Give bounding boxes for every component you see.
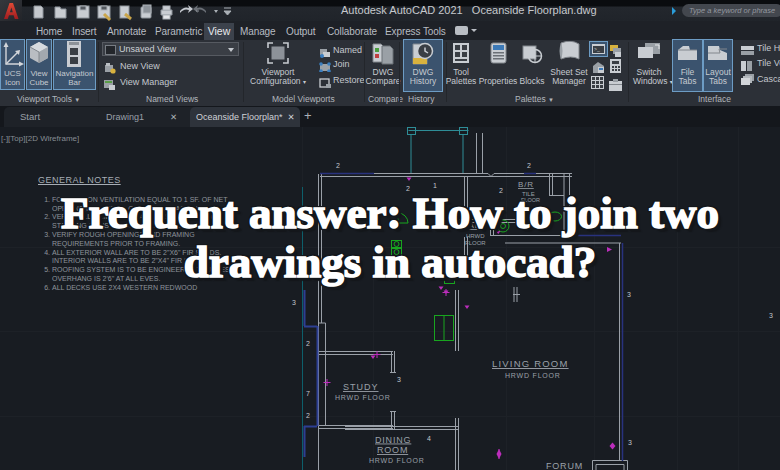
svg-text:STUDY: STUDY: [343, 382, 379, 392]
svg-text:HRWD FLOOR: HRWD FLOOR: [505, 372, 561, 379]
svg-text:2: 2: [306, 340, 310, 347]
svg-text:LIVING ROOM: LIVING ROOM: [492, 358, 569, 369]
svg-text:3: 3: [628, 439, 632, 446]
svg-text:4: 4: [427, 435, 431, 442]
svg-text:HRWD FLOOR: HRWD FLOOR: [335, 394, 391, 401]
svg-text:2: 2: [336, 162, 340, 169]
svg-text:2: 2: [527, 162, 531, 169]
svg-text:7: 7: [306, 390, 310, 397]
svg-text:3: 3: [292, 299, 296, 306]
svg-text:3: 3: [627, 291, 631, 298]
svg-text:3: 3: [397, 376, 401, 383]
svg-text:2: 2: [306, 412, 310, 419]
svg-text:HRWD FLOOR: HRWD FLOOR: [369, 457, 425, 464]
svg-text:FORUM: FORUM: [546, 461, 583, 470]
svg-text:DINING: DINING: [375, 435, 411, 445]
svg-text:ROOM: ROOM: [377, 445, 408, 455]
svg-text:3: 3: [769, 312, 773, 319]
